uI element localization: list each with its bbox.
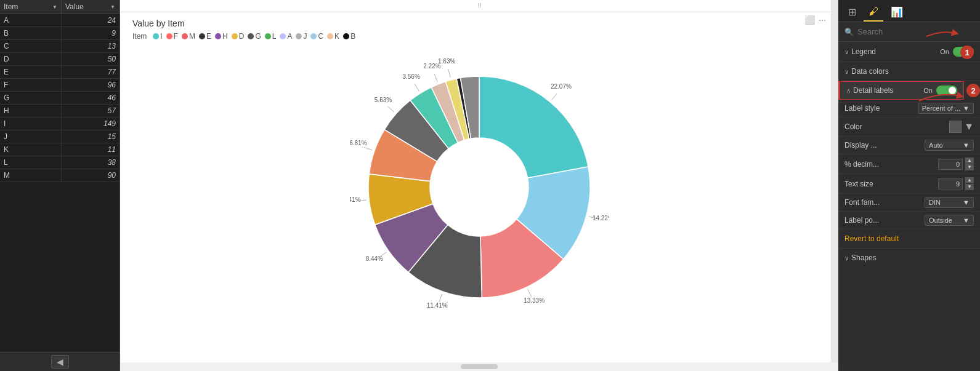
decimal-increment[interactable]: ▲ — [965, 158, 974, 164]
cell-item: J — [0, 130, 62, 143]
decimal-row: % decim... ▲ ▼ — [838, 154, 980, 174]
cell-item: D — [0, 53, 62, 65]
legend-dot — [166, 33, 172, 39]
donut-label: 11.41% — [427, 302, 448, 309]
legend-dot — [232, 33, 238, 39]
data-colors-chevron-icon[interactable]: ∨ — [844, 68, 849, 75]
label-style-dropdown[interactable]: Percent of ... ▼ — [918, 103, 974, 114]
legend-item-label: I — [160, 32, 162, 41]
font-family-label: Font fam... — [844, 198, 880, 207]
legend-item-label: L — [272, 32, 277, 41]
legend-dot — [248, 33, 254, 39]
tab-fields-icon[interactable]: ⊞ — [843, 4, 861, 22]
detail-labels-label: ∧ Detail labels — [846, 86, 893, 95]
cell-item: F — [0, 79, 62, 91]
donut-label: 3.56% — [402, 73, 419, 80]
svg-line-7 — [388, 106, 394, 112]
value-label: Value — [65, 2, 84, 11]
tab-analytics-icon[interactable]: 📊 — [886, 4, 908, 22]
text-size-increment[interactable]: ▲ — [965, 177, 974, 183]
table-row: K 11 — [0, 143, 119, 156]
table-row: D 50 — [0, 53, 119, 66]
table-body: A 24 B 9 C 13 D 50 E 77 F 96 G 46 H 57 I… — [0, 14, 119, 352]
label-style-dropdown-text: Percent of ... — [922, 105, 960, 112]
legend-item: A — [280, 32, 292, 41]
legend-section-label: ∨ Legend — [844, 47, 876, 56]
legend-item: B — [343, 32, 355, 41]
color-value: ▼ — [949, 121, 974, 133]
text-size-input[interactable] — [938, 178, 963, 189]
legend-dot — [153, 33, 159, 39]
detail-labels-container: ∧ Detail labels On 2 — [838, 81, 980, 100]
detail-labels-chevron-icon[interactable]: ∧ — [846, 87, 851, 94]
table-header: Item ▼ Value ▼ — [0, 0, 119, 14]
legend-dot — [296, 33, 302, 39]
color-row: Color ▼ — [838, 118, 980, 137]
text-size-row: Text size ▲ ▼ — [838, 174, 980, 194]
legend-item-label: C — [318, 32, 323, 41]
table-row: J 15 — [0, 130, 119, 143]
revert-link[interactable]: Revert to default — [838, 229, 980, 249]
cell-item: G — [0, 92, 62, 104]
chart-bottom-bar — [120, 362, 838, 371]
font-family-dropdown[interactable]: DIN ▼ — [925, 197, 974, 208]
cell-item: L — [0, 156, 62, 169]
cell-value: 90 — [62, 169, 119, 182]
shapes-chevron-icon[interactable]: ∨ — [844, 255, 849, 261]
item-column-header: Item ▼ — [0, 0, 62, 14]
value-column-header: Value ▼ — [62, 0, 119, 14]
decimal-decrement[interactable]: ▼ — [965, 164, 974, 170]
chart-top-bar: ⠿ — [120, 0, 838, 12]
sort-icon-value[interactable]: ▼ — [110, 4, 115, 10]
legend-section-row: ∨ Legend On — [838, 42, 980, 62]
cell-value: 46 — [62, 92, 119, 104]
donut-label: 13.33% — [524, 297, 545, 304]
donut-label: 6.81% — [350, 140, 367, 146]
more-icon[interactable]: ··· — [819, 15, 826, 25]
chart-right-scroll[interactable] — [831, 0, 838, 362]
tab-format-icon[interactable]: 🖌 — [864, 4, 883, 22]
chart-legend: Item IFMEHDGLAJCKB — [132, 32, 826, 41]
text-size-spinner: ▲ ▼ — [965, 177, 974, 190]
text-size-value: ▲ ▼ — [938, 177, 974, 190]
table-row: I 149 — [0, 118, 119, 130]
display-row: Display ... Auto ▼ — [838, 137, 980, 154]
svg-line-3 — [439, 294, 442, 302]
legend-item: J — [296, 32, 307, 41]
label-position-dropdown[interactable]: Outside ▼ — [925, 215, 974, 226]
sort-icon-item[interactable]: ▼ — [52, 4, 57, 10]
color-dropdown-icon[interactable]: ▼ — [964, 121, 974, 132]
cell-value: 149 — [62, 118, 119, 130]
legend-item-label: D — [239, 32, 245, 41]
decimal-label: % decim... — [844, 160, 879, 169]
display-dropdown-text: Auto — [929, 142, 943, 149]
table-row: F 96 — [0, 79, 119, 92]
drag-handle-icon: ⠿ — [477, 2, 482, 9]
label-style-dropdown-icon: ▼ — [963, 105, 970, 112]
cell-value: 15 — [62, 130, 119, 143]
table-row: G 46 — [0, 92, 119, 105]
legend-chevron-icon[interactable]: ∨ — [844, 49, 849, 55]
display-dropdown[interactable]: Auto ▼ — [925, 140, 974, 151]
color-label: Color — [844, 122, 862, 131]
search-input[interactable] — [857, 27, 974, 36]
chart-area: ⠿ ⬜ ··· Value by Item Item IFMEHDGLAJCKB… — [120, 0, 838, 371]
display-value: Auto ▼ — [925, 140, 974, 151]
text-size-decrement[interactable]: ▼ — [965, 184, 974, 190]
collapse-button[interactable]: ◀ — [51, 355, 69, 369]
annotation-2: 2 — [966, 84, 980, 97]
table-row: C 13 — [0, 40, 119, 53]
legend-item: M — [182, 32, 195, 41]
scroll-handle[interactable] — [461, 364, 498, 369]
legend-item-label: F — [174, 32, 178, 41]
decimal-input[interactable] — [938, 159, 963, 170]
label-position-value: Outside ▼ — [925, 215, 974, 226]
cell-value: 77 — [62, 66, 119, 78]
label-position-label: Label po... — [844, 216, 879, 225]
color-picker[interactable] — [949, 121, 962, 133]
expand-icon[interactable]: ⬜ — [804, 15, 815, 25]
search-icon: 🔍 — [844, 28, 854, 36]
data-colors-section-label: ∨ Data colors — [844, 67, 889, 76]
detail-labels-toggle[interactable] — [936, 86, 957, 95]
legend-item-label: M — [189, 32, 195, 41]
